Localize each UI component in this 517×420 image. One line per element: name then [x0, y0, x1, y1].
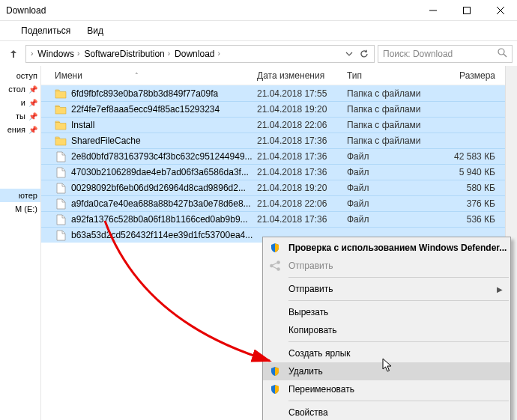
file-icon [55, 229, 67, 241]
sidebar-item[interactable]: стол📌 [0, 82, 40, 96]
ctx-separator [288, 300, 509, 301]
file-name: SharedFileCache [71, 136, 257, 146]
file-icon [55, 198, 67, 210]
svg-line-10 [273, 267, 277, 269]
folder-icon [55, 135, 67, 147]
file-name: 22f4fe7ef8aaa5ecc94f85ac15293234 [71, 104, 257, 115]
table-row[interactable]: 2e8d0bfd783163793c4f3bc632c951244949...2… [41, 148, 517, 164]
crumb-root[interactable]: › [29, 49, 34, 58]
breadcrumb[interactable]: › Windows› SoftwareDistribution› Downloa… [25, 45, 375, 63]
pin-icon: 📌 [28, 99, 37, 107]
sidebar: оступ стол📌 и📌 ты📌 ения📌 ютер M (E:) [0, 66, 41, 420]
chevron-right-icon: ▶ [497, 285, 503, 293]
svg-point-7 [276, 261, 280, 264]
ctx-properties[interactable]: Свойства [263, 404, 510, 420]
folder-icon [55, 88, 67, 100]
file-type: Файл [347, 151, 435, 162]
search-input[interactable]: Поиск: Download [378, 45, 513, 63]
file-date: 21.04.2018 17:36 [257, 167, 347, 177]
menu-share[interactable]: Поделиться [21, 25, 70, 36]
close-button[interactable] [483, 0, 517, 21]
column-size[interactable]: Размера [435, 70, 495, 81]
crumb-softwaredistribution[interactable]: SoftwareDistribution› [82, 49, 172, 59]
file-date: 21.04.2018 17:36 [257, 151, 347, 162]
file-name: 47030b2106289dae4eb7ad06f3a6586da3f... [71, 167, 257, 177]
file-icon [55, 182, 67, 194]
table-row[interactable]: Install21.04.2018 22:06Папка с файлами [41, 117, 517, 133]
file-date: 21.04.2018 17:55 [257, 88, 347, 99]
file-date: 21.04.2018 19:20 [257, 104, 347, 115]
file-type: Файл [347, 183, 435, 193]
file-name: a92fa1376c528b0a06f18b1166ced0ab9b9... [71, 214, 257, 225]
sidebar-item[interactable]: оступ [0, 69, 40, 82]
column-name[interactable]: Имени˄ [55, 70, 257, 81]
file-date: 21.04.2018 17:36 [257, 136, 347, 146]
ctx-delete[interactable]: Удалить [263, 362, 510, 380]
shield-icon [269, 242, 281, 254]
crumb-download[interactable]: Download› [173, 49, 222, 59]
chevron-right-icon: › [31, 49, 33, 58]
file-name: a9fda0ca7e40ea688a88b427b3a0e78d6e8... [71, 198, 257, 209]
file-size: 42 583 КБ [435, 151, 495, 162]
title-bar: Download [0, 0, 517, 21]
svg-rect-1 [463, 7, 470, 13]
file-name: Install [71, 120, 257, 130]
shield-icon [269, 365, 281, 377]
ctx-copy[interactable]: Копировать [263, 321, 510, 339]
sort-indicator-icon: ˄ [135, 72, 139, 79]
crumb-windows[interactable]: Windows› [36, 49, 81, 59]
maximize-button[interactable] [450, 0, 483, 21]
sidebar-item[interactable]: ты📌 [0, 109, 40, 123]
pin-icon: 📌 [28, 112, 37, 121]
search-placeholder: Поиск: Download [383, 49, 453, 59]
column-date[interactable]: Дата изменения [257, 70, 347, 81]
context-menu: Проверка с использованием Windows Defend… [262, 237, 511, 420]
ctx-defender[interactable]: Проверка с использованием Windows Defend… [263, 239, 510, 257]
file-date: 21.04.2018 17:36 [257, 214, 347, 225]
svg-point-4 [498, 49, 504, 55]
ctx-separator [288, 277, 509, 278]
minimize-button[interactable] [416, 0, 450, 21]
ctx-rename[interactable]: Переименовать [263, 380, 510, 398]
svg-line-9 [273, 263, 277, 265]
ctx-send-to[interactable]: Отправить ▶ [263, 280, 510, 298]
address-bar: › Windows› SoftwareDistribution› Downloa… [0, 40, 517, 66]
sidebar-item-drive[interactable]: M (E:) [0, 202, 40, 216]
file-name: 6fd9fbfc893e0ba78bb3d849f77a09fa [71, 88, 257, 99]
ctx-cut[interactable]: Вырезать [263, 303, 510, 321]
pin-icon: 📌 [28, 126, 37, 134]
path-dropdown-button[interactable] [342, 46, 356, 61]
file-type: Файл [347, 198, 435, 209]
file-type: Папка с файлами [347, 136, 435, 146]
menu-view[interactable]: Вид [87, 25, 103, 36]
ctx-send-disabled: Отправить [263, 257, 510, 275]
table-row[interactable]: SharedFileCache21.04.2018 17:36Папка с ф… [41, 133, 517, 148]
refresh-button[interactable] [357, 46, 371, 61]
chevron-right-icon: › [77, 49, 79, 58]
pin-icon: 📌 [28, 85, 37, 94]
file-icon [55, 213, 67, 225]
menu-bar: Поделиться Вид [0, 21, 517, 40]
table-row[interactable]: a9fda0ca7e40ea688a88b427b3a0e78d6e8...21… [41, 195, 517, 211]
chevron-right-icon: › [168, 49, 170, 58]
search-icon [498, 48, 507, 60]
ctx-create-shortcut[interactable]: Создать ярлык [263, 344, 510, 362]
share-icon [269, 260, 281, 272]
file-size: 376 КБ [435, 198, 495, 209]
table-row[interactable]: 22f4fe7ef8aaa5ecc94f85ac1529323421.04.20… [41, 101, 517, 117]
ctx-separator [288, 341, 509, 342]
file-icon [55, 150, 67, 162]
table-row[interactable]: 6fd9fbfc893e0ba78bb3d849f77a09fa21.04.20… [41, 85, 517, 101]
file-type: Файл [347, 214, 435, 225]
file-date: 21.04.2018 19:20 [257, 183, 347, 193]
table-row[interactable]: a92fa1376c528b0a06f18b1166ced0ab9b9...21… [41, 211, 517, 227]
sidebar-item[interactable]: ения📌 [0, 123, 40, 136]
column-type[interactable]: Тип [347, 70, 435, 81]
file-size: 580 КБ [435, 183, 495, 193]
nav-up-button[interactable] [4, 45, 22, 63]
svg-point-8 [276, 267, 280, 271]
table-row[interactable]: 47030b2106289dae4eb7ad06f3a6586da3f...21… [41, 164, 517, 180]
sidebar-item[interactable]: и📌 [0, 96, 40, 109]
sidebar-item-computer[interactable]: ютер [0, 189, 40, 202]
table-row[interactable]: 00298092bf6eb06d9d26964d8cad9896d2...21.… [41, 180, 517, 195]
